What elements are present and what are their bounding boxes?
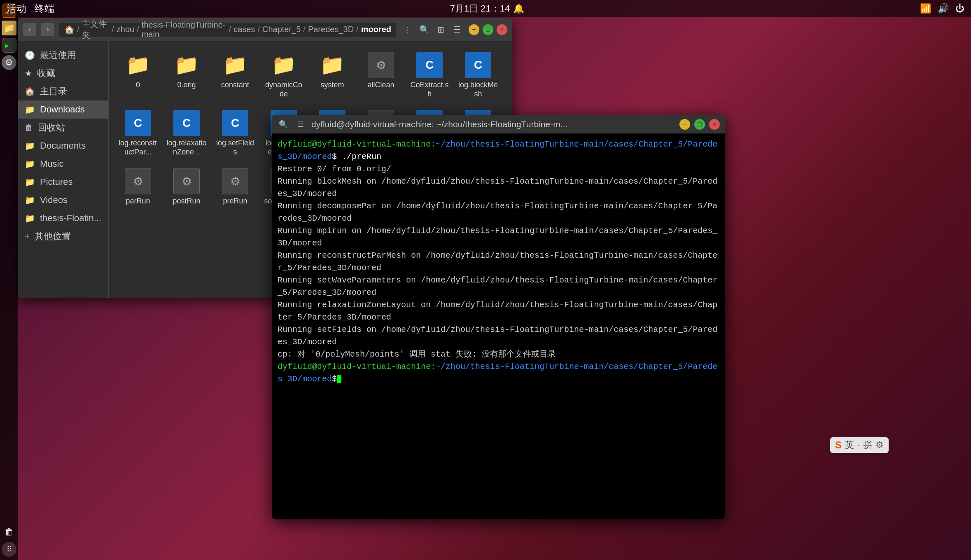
volume-icon[interactable]: 🔊 — [938, 3, 949, 14]
terminal-menu-button[interactable]: ☰ — [294, 118, 307, 131]
path-item-home[interactable]: 主文件夹 — [82, 19, 110, 41]
datetime-label: 7月1日 21：14 — [450, 2, 510, 15]
power-icon[interactable]: ⏻ — [955, 3, 964, 14]
file-item-log-setfields[interactable]: C log.setFields — [212, 106, 258, 161]
terminal-title: dyfluid@dyfluid-virtual-machine: ~/zhou/… — [311, 119, 675, 129]
terminal-line-8: Running relaxationZoneLayout on /home/dy… — [278, 299, 719, 324]
more-options-button[interactable]: ⋮ — [401, 23, 414, 36]
path-bar[interactable]: 🏠 / 主文件夹 / zhou / thesis-FloatingTurbine… — [59, 23, 396, 37]
activities-label[interactable]: 活动 — [7, 2, 26, 15]
trash-sidebar-icon: 🗑 — [25, 123, 33, 133]
c-icon-log-blockmesh: C — [465, 52, 491, 78]
path-item-chapter5[interactable]: Chapter_5 — [262, 25, 301, 34]
terminal-maximize-button[interactable]: □ — [694, 119, 705, 130]
file-item-prerun[interactable]: ⚙ preRun — [212, 164, 258, 210]
bell-icon[interactable]: 🔔 — [513, 3, 524, 14]
terminal-window: 🔍 ☰ dyfluid@dyfluid-virtual-machine: ~/z… — [272, 115, 725, 519]
terminal-close-button[interactable]: × — [709, 119, 720, 130]
path-item-zhou[interactable]: zhou — [117, 25, 134, 34]
ime-dot: · — [857, 440, 860, 450]
sidebar-label-home: 主目录 — [40, 85, 67, 98]
sidebar-label-music: Music — [40, 159, 63, 169]
terminal-line-4: Running decomposePar on /home/dyfluid/zh… — [278, 200, 719, 225]
taskbar: 🦊 📁 ▶_ ⚙ 🗑 ⠿ — [0, 0, 18, 560]
path-sep-1: / — [77, 25, 79, 34]
terminal-line-3: Running blockMesh on /home/dyfluid/zhou/… — [278, 175, 719, 200]
sidebar-label-videos: Videos — [40, 195, 68, 205]
sidebar-item-other-locations[interactable]: + 其他位置 — [18, 227, 108, 245]
file-item-0orig[interactable]: 📁 0.orig — [164, 48, 209, 103]
list-view-button[interactable]: ☰ — [450, 23, 464, 36]
sidebar-item-trash[interactable]: 🗑 回收站 — [18, 119, 108, 137]
sidebar-item-downloads[interactable]: 📁 Downloads — [18, 100, 108, 119]
network-icon[interactable]: 📶 — [920, 3, 931, 14]
sidebar-item-recent[interactable]: 🕐 最近使用 — [18, 46, 108, 64]
path-item-cases[interactable]: cases — [233, 25, 255, 34]
path-sep-2: / — [112, 25, 114, 34]
sidebar-label-downloads: Downloads — [40, 104, 85, 115]
sidebar-item-bookmarks[interactable]: ★ 收藏 — [18, 64, 108, 82]
terminal-titlebar: 🔍 ☰ dyfluid@dyfluid-virtual-machine: ~/z… — [272, 115, 725, 133]
ime-settings-icon[interactable]: ⚙ — [875, 440, 884, 450]
terminal-search-button[interactable]: 🔍 — [277, 118, 290, 131]
c-icon-log-setfields: C — [222, 110, 248, 136]
terminal-line-2: Restore 0/ from 0.orig/ — [278, 163, 719, 175]
taskbar-files[interactable]: 📁 — [2, 21, 16, 35]
sidebar-item-thesis[interactable]: 📁 thesis-Floatin... — [18, 209, 108, 227]
folder-icon-dynamiccode: 📁 — [271, 52, 297, 78]
file-label-log-reconstructpar: log.reconstr​uctPar... — [118, 139, 158, 156]
path-home-icon: 🏠 — [64, 25, 75, 35]
close-button[interactable]: × — [497, 24, 507, 35]
file-label-parrun: parRun — [126, 197, 150, 206]
ime-language: 英 — [845, 439, 854, 451]
sidebar-item-documents[interactable]: 📁 Documents — [18, 137, 108, 155]
path-item-thesis[interactable]: thesis-FloatingTurbine-main — [142, 20, 226, 39]
music-icon: 📁 — [25, 159, 35, 169]
file-item-log-reconstructpar[interactable]: C log.reconstr​uctPar... — [115, 106, 161, 161]
sidebar-item-videos[interactable]: 📁 Videos — [18, 191, 108, 209]
bookmarks-icon: ★ — [25, 68, 32, 78]
sidebar-item-home[interactable]: 🏠 主目录 — [18, 82, 108, 100]
sidebar-label-documents: Documents — [40, 140, 86, 151]
path-item-moored[interactable]: moored — [361, 25, 391, 34]
file-item-log-relaxation[interactable]: C log.relaxatio​nZone... — [164, 106, 209, 161]
script-icon-postrun: ⚙ — [173, 168, 200, 194]
file-item-dynamiccode[interactable]: 📁 dynamic​Code — [261, 48, 306, 103]
taskbar-terminal[interactable]: ▶_ — [2, 38, 16, 53]
sidebar-label-bookmarks: 收藏 — [37, 67, 55, 79]
file-label-allclean: allClean — [367, 81, 394, 90]
view-toggle-button[interactable]: ⊞ — [434, 23, 447, 36]
file-item-system[interactable]: 📁 system — [310, 48, 355, 103]
documents-icon: 📁 — [25, 141, 35, 151]
file-item-coextract[interactable]: C CoExtract.sh — [407, 48, 452, 103]
thesis-icon: 📁 — [25, 213, 35, 223]
script-icon-prerun: ⚙ — [222, 168, 248, 194]
taskbar-apps-grid[interactable]: ⠿ — [2, 542, 16, 557]
search-button[interactable]: 🔍 — [418, 23, 431, 36]
taskbar-settings[interactable]: ⚙ — [2, 55, 16, 70]
file-item-0[interactable]: 📁 0 — [115, 48, 161, 103]
terminal-body[interactable]: dyfluid@dyfluid-virtual-machine:~/zhou/t… — [272, 133, 725, 519]
maximize-button[interactable]: □ — [483, 24, 493, 35]
terminal-minimize-button[interactable]: − — [679, 119, 690, 130]
folder-icon-0orig: 📁 — [173, 52, 200, 78]
sidebar-item-pictures[interactable]: 📁 Pictures — [18, 173, 108, 191]
script-icon-parrun: ⚙ — [125, 168, 151, 194]
file-item-allclean[interactable]: ⚙ allClean — [358, 48, 404, 103]
ime-brand: S — [835, 439, 842, 451]
path-item-paredes[interactable]: Paredes_3D — [308, 25, 354, 34]
nav-forward-button[interactable]: › — [41, 23, 54, 36]
ime-indicator[interactable]: S 英 · 拼 ⚙ — [830, 437, 889, 453]
nav-back-button[interactable]: ‹ — [23, 23, 36, 36]
minimize-button[interactable]: − — [469, 24, 479, 35]
file-item-parrun[interactable]: ⚙ parRun — [115, 164, 161, 210]
file-item-constant[interactable]: 📁 constant — [212, 48, 258, 103]
taskbar-trash[interactable]: 🗑 — [2, 525, 16, 539]
terminal-line-9: Running setFields on /home/dyfluid/zhou/… — [278, 324, 719, 348]
file-label-coextract: CoExtract.sh — [409, 81, 450, 98]
file-item-postrun[interactable]: ⚙ postRun — [164, 164, 209, 210]
file-item-log-blockmesh[interactable]: C log.blockMe​sh — [455, 48, 501, 103]
ime-mode: 拼 — [863, 439, 872, 451]
top-bar: 活动 终端 7月1日 21：14 🔔 📶 🔊 ⏻ — [0, 0, 971, 17]
sidebar-item-music[interactable]: 📁 Music — [18, 155, 108, 173]
